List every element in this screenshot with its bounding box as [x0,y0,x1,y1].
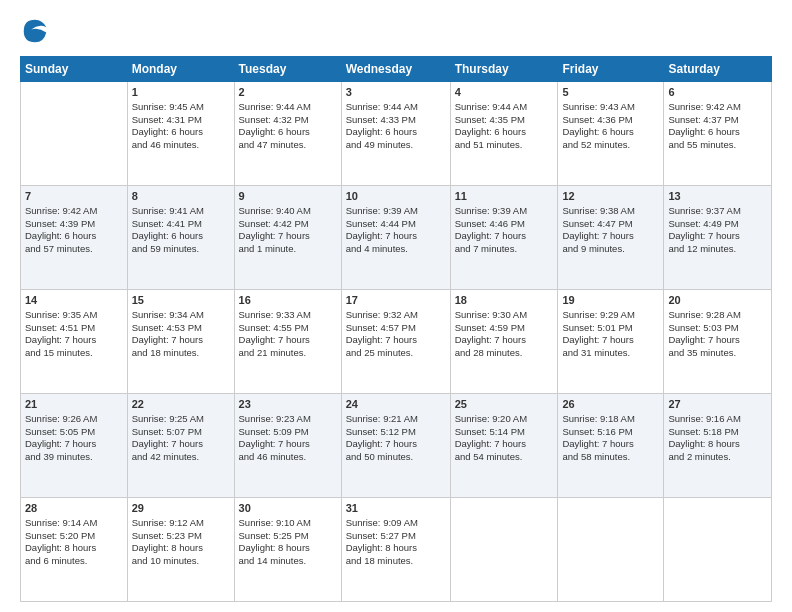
day-cell: 5Sunrise: 9:43 AM Sunset: 4:36 PM Daylig… [558,82,664,186]
col-header-tuesday: Tuesday [234,57,341,82]
day-cell: 26Sunrise: 9:18 AM Sunset: 5:16 PM Dayli… [558,394,664,498]
day-number: 17 [346,293,446,308]
day-info: Sunrise: 9:29 AM Sunset: 5:01 PM Dayligh… [562,309,659,360]
day-number: 30 [239,501,337,516]
day-number: 31 [346,501,446,516]
day-info: Sunrise: 9:10 AM Sunset: 5:25 PM Dayligh… [239,517,337,568]
day-info: Sunrise: 9:40 AM Sunset: 4:42 PM Dayligh… [239,205,337,256]
day-cell [664,498,772,602]
logo-icon [20,16,50,46]
day-info: Sunrise: 9:45 AM Sunset: 4:31 PM Dayligh… [132,101,230,152]
day-info: Sunrise: 9:14 AM Sunset: 5:20 PM Dayligh… [25,517,123,568]
logo [20,16,54,46]
day-number: 9 [239,189,337,204]
day-number: 8 [132,189,230,204]
day-number: 25 [455,397,554,412]
day-cell: 16Sunrise: 9:33 AM Sunset: 4:55 PM Dayli… [234,290,341,394]
day-cell: 30Sunrise: 9:10 AM Sunset: 5:25 PM Dayli… [234,498,341,602]
day-number: 29 [132,501,230,516]
day-number: 5 [562,85,659,100]
day-cell: 27Sunrise: 9:16 AM Sunset: 5:18 PM Dayli… [664,394,772,498]
day-cell: 9Sunrise: 9:40 AM Sunset: 4:42 PM Daylig… [234,186,341,290]
day-cell: 21Sunrise: 9:26 AM Sunset: 5:05 PM Dayli… [21,394,128,498]
col-header-friday: Friday [558,57,664,82]
day-cell [450,498,558,602]
day-info: Sunrise: 9:18 AM Sunset: 5:16 PM Dayligh… [562,413,659,464]
col-header-thursday: Thursday [450,57,558,82]
day-number: 10 [346,189,446,204]
day-cell: 25Sunrise: 9:20 AM Sunset: 5:14 PM Dayli… [450,394,558,498]
day-cell: 13Sunrise: 9:37 AM Sunset: 4:49 PM Dayli… [664,186,772,290]
day-info: Sunrise: 9:44 AM Sunset: 4:32 PM Dayligh… [239,101,337,152]
day-cell: 15Sunrise: 9:34 AM Sunset: 4:53 PM Dayli… [127,290,234,394]
day-cell: 23Sunrise: 9:23 AM Sunset: 5:09 PM Dayli… [234,394,341,498]
day-number: 28 [25,501,123,516]
day-cell: 20Sunrise: 9:28 AM Sunset: 5:03 PM Dayli… [664,290,772,394]
day-info: Sunrise: 9:33 AM Sunset: 4:55 PM Dayligh… [239,309,337,360]
day-info: Sunrise: 9:44 AM Sunset: 4:35 PM Dayligh… [455,101,554,152]
day-number: 2 [239,85,337,100]
col-header-monday: Monday [127,57,234,82]
day-info: Sunrise: 9:39 AM Sunset: 4:44 PM Dayligh… [346,205,446,256]
day-info: Sunrise: 9:23 AM Sunset: 5:09 PM Dayligh… [239,413,337,464]
day-number: 3 [346,85,446,100]
col-header-saturday: Saturday [664,57,772,82]
day-cell: 18Sunrise: 9:30 AM Sunset: 4:59 PM Dayli… [450,290,558,394]
day-number: 12 [562,189,659,204]
day-number: 20 [668,293,767,308]
day-number: 13 [668,189,767,204]
day-cell: 12Sunrise: 9:38 AM Sunset: 4:47 PM Dayli… [558,186,664,290]
week-row-1: 1Sunrise: 9:45 AM Sunset: 4:31 PM Daylig… [21,82,772,186]
day-info: Sunrise: 9:42 AM Sunset: 4:39 PM Dayligh… [25,205,123,256]
day-cell [558,498,664,602]
page: SundayMondayTuesdayWednesdayThursdayFrid… [0,0,792,612]
week-row-2: 7Sunrise: 9:42 AM Sunset: 4:39 PM Daylig… [21,186,772,290]
day-info: Sunrise: 9:41 AM Sunset: 4:41 PM Dayligh… [132,205,230,256]
day-info: Sunrise: 9:25 AM Sunset: 5:07 PM Dayligh… [132,413,230,464]
day-cell: 8Sunrise: 9:41 AM Sunset: 4:41 PM Daylig… [127,186,234,290]
day-info: Sunrise: 9:09 AM Sunset: 5:27 PM Dayligh… [346,517,446,568]
day-info: Sunrise: 9:44 AM Sunset: 4:33 PM Dayligh… [346,101,446,152]
day-number: 16 [239,293,337,308]
col-header-wednesday: Wednesday [341,57,450,82]
day-cell: 14Sunrise: 9:35 AM Sunset: 4:51 PM Dayli… [21,290,128,394]
day-info: Sunrise: 9:26 AM Sunset: 5:05 PM Dayligh… [25,413,123,464]
header [20,16,772,46]
day-cell: 4Sunrise: 9:44 AM Sunset: 4:35 PM Daylig… [450,82,558,186]
day-number: 7 [25,189,123,204]
day-info: Sunrise: 9:30 AM Sunset: 4:59 PM Dayligh… [455,309,554,360]
day-cell: 10Sunrise: 9:39 AM Sunset: 4:44 PM Dayli… [341,186,450,290]
day-cell: 3Sunrise: 9:44 AM Sunset: 4:33 PM Daylig… [341,82,450,186]
day-number: 18 [455,293,554,308]
calendar-table: SundayMondayTuesdayWednesdayThursdayFrid… [20,56,772,602]
day-info: Sunrise: 9:43 AM Sunset: 4:36 PM Dayligh… [562,101,659,152]
day-info: Sunrise: 9:20 AM Sunset: 5:14 PM Dayligh… [455,413,554,464]
day-cell: 28Sunrise: 9:14 AM Sunset: 5:20 PM Dayli… [21,498,128,602]
day-number: 27 [668,397,767,412]
day-cell: 17Sunrise: 9:32 AM Sunset: 4:57 PM Dayli… [341,290,450,394]
col-header-sunday: Sunday [21,57,128,82]
day-cell: 22Sunrise: 9:25 AM Sunset: 5:07 PM Dayli… [127,394,234,498]
day-number: 4 [455,85,554,100]
day-cell: 31Sunrise: 9:09 AM Sunset: 5:27 PM Dayli… [341,498,450,602]
day-cell: 24Sunrise: 9:21 AM Sunset: 5:12 PM Dayli… [341,394,450,498]
week-row-4: 21Sunrise: 9:26 AM Sunset: 5:05 PM Dayli… [21,394,772,498]
day-number: 26 [562,397,659,412]
day-number: 24 [346,397,446,412]
header-row: SundayMondayTuesdayWednesdayThursdayFrid… [21,57,772,82]
day-info: Sunrise: 9:32 AM Sunset: 4:57 PM Dayligh… [346,309,446,360]
day-number: 21 [25,397,123,412]
day-number: 23 [239,397,337,412]
day-cell: 29Sunrise: 9:12 AM Sunset: 5:23 PM Dayli… [127,498,234,602]
day-number: 6 [668,85,767,100]
day-info: Sunrise: 9:39 AM Sunset: 4:46 PM Dayligh… [455,205,554,256]
day-number: 19 [562,293,659,308]
day-cell: 19Sunrise: 9:29 AM Sunset: 5:01 PM Dayli… [558,290,664,394]
day-number: 1 [132,85,230,100]
day-info: Sunrise: 9:12 AM Sunset: 5:23 PM Dayligh… [132,517,230,568]
day-cell: 7Sunrise: 9:42 AM Sunset: 4:39 PM Daylig… [21,186,128,290]
day-cell: 11Sunrise: 9:39 AM Sunset: 4:46 PM Dayli… [450,186,558,290]
day-info: Sunrise: 9:34 AM Sunset: 4:53 PM Dayligh… [132,309,230,360]
day-cell: 6Sunrise: 9:42 AM Sunset: 4:37 PM Daylig… [664,82,772,186]
day-info: Sunrise: 9:35 AM Sunset: 4:51 PM Dayligh… [25,309,123,360]
